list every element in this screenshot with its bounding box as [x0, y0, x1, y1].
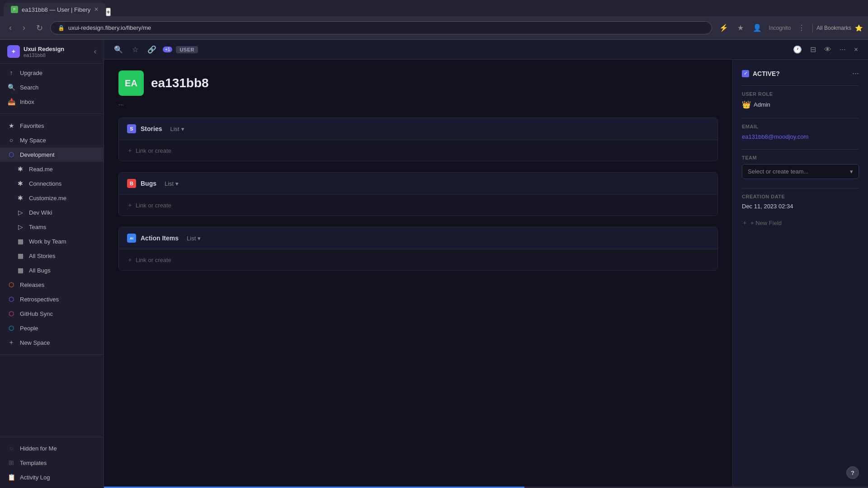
user-header: EA ea131bb8 [118, 70, 718, 96]
extensions-btn[interactable]: ⚡ [716, 22, 732, 34]
sidebar-item-releases[interactable]: ⬡ Releases [0, 277, 104, 292]
email-value[interactable]: ea131bb8@moodjoy.com [742, 133, 808, 140]
action-items-view-btn[interactable]: List ▾ [187, 235, 201, 242]
connections-label: Connections [29, 180, 96, 187]
sidebar-item-readme[interactable]: ✱ Read.me [0, 162, 104, 176]
allbugs-label: All Bugs [29, 267, 96, 274]
workspace-header[interactable]: ✦ Uxui Redesign ea131bb8 ‹ [0, 40, 104, 64]
myspace-icon: ○ [7, 136, 15, 144]
inbox-label: Inbox [20, 99, 96, 105]
bugs-icon: B [127, 179, 136, 188]
sidebar-item-devwiki[interactable]: ▷ Dev Wiki [0, 205, 104, 220]
divider [812, 23, 813, 33]
bookmark-btn[interactable]: ★ [734, 22, 747, 34]
sidebar-item-upgrade[interactable]: ↑ Upgrade [0, 66, 104, 80]
main-content: EA ea131bb8 ... S Stories List ▾ [104, 60, 868, 487]
sidebar-divider-2 [0, 354, 104, 355]
sidebar-item-favorites[interactable]: ★ Favorites [0, 118, 104, 133]
bugs-view-label: List [165, 180, 174, 187]
sidebar-item-search[interactable]: 🔍 Search [0, 80, 104, 94]
user-name: ea131bb8 [151, 76, 209, 90]
search-toolbar-btn[interactable]: 🔍 [111, 43, 126, 56]
sidebar-item-inbox[interactable]: 📥 Inbox [0, 94, 104, 109]
new-field-label: + New Field [750, 220, 782, 226]
readme-label: Read.me [29, 166, 96, 173]
nav-actions: ⚡ ★ 👤 Incognito ⋮ All Bookmarks ⭐ [716, 22, 863, 34]
sidebar-item-development[interactable]: ⬡ Development [0, 147, 104, 162]
new-tab-btn[interactable]: + [106, 8, 111, 16]
more-btn[interactable]: ··· [837, 44, 848, 56]
tab-favicon: F [11, 6, 18, 13]
releases-icon: ⬡ [7, 281, 15, 289]
allbugs-icon: ▦ [16, 266, 24, 274]
link-toolbar-btn[interactable]: 🔗 [145, 43, 159, 56]
workbyteam-label: Work by Team [29, 238, 96, 245]
sidebar-item-people[interactable]: ⬡ People [0, 321, 104, 335]
action-items-icon: AI [127, 234, 136, 243]
sidebar-item-customize[interactable]: ✱ Customize.me [0, 191, 104, 205]
github-label: GitHub Sync [20, 310, 96, 317]
right-panel: ✓ ACTIVE? ··· USER ROLE 👑 Admin EMAIL [732, 60, 868, 487]
sidebar-item-retrospectives[interactable]: ⬡ Retrospectives [0, 292, 104, 306]
forward-btn[interactable]: › [19, 20, 29, 35]
bugs-section-header: B Bugs List ▾ [119, 173, 717, 195]
active-checkbox[interactable]: ✓ [742, 70, 749, 77]
bugs-view-chevron: ▾ [175, 180, 179, 187]
clock-btn[interactable]: 🕐 [790, 43, 805, 56]
email-field: EMAIL ea131bb8@moodjoy.com [742, 124, 859, 140]
sidebar-item-allbugs[interactable]: ▦ All Bugs [0, 263, 104, 277]
new-field-icon: ＋ [742, 219, 748, 227]
stories-view-chevron: ▾ [181, 126, 184, 132]
stories-link-or-create[interactable]: ＋ Link or create [127, 146, 709, 155]
action-items-link-or-create[interactable]: ＋ Link or create [127, 256, 709, 264]
sidebar-item-hidden[interactable]: ○ Hidden for Me [0, 441, 104, 455]
sidebar-item-allstories[interactable]: ▦ All Stories [0, 249, 104, 263]
bookmarks-icon: ⭐ [855, 24, 863, 32]
user-role-label: USER ROLE [742, 91, 859, 97]
new-field-btn[interactable]: ＋ + New Field [742, 219, 859, 227]
active-tab[interactable]: F ea131bb8 — User | Fibery × [4, 3, 106, 16]
star-toolbar-btn[interactable]: ☆ [129, 43, 141, 56]
collapse-icon[interactable]: ‹ [94, 47, 96, 56]
sidebar-item-newspace[interactable]: ＋ New Space [0, 335, 104, 350]
help-btn[interactable]: ? [846, 466, 859, 479]
lock-icon: 🔒 [58, 25, 65, 31]
tab-close-btn[interactable]: × [94, 5, 98, 14]
address-bar[interactable]: 🔒 uxui-redesign.fibery.io/fibery/me [50, 21, 712, 34]
admin-badge: 👑 Admin [742, 100, 859, 109]
action-items-view-label: List [187, 235, 196, 242]
bugs-link-or-create[interactable]: ＋ Link or create [127, 201, 709, 209]
github-icon: ⬡ [7, 310, 15, 318]
close-btn[interactable]: × [851, 44, 861, 56]
team-select[interactable]: Select or create team... ▾ [742, 164, 859, 179]
bugs-view-btn[interactable]: List ▾ [165, 180, 179, 187]
bugs-section-body: ＋ Link or create [119, 195, 717, 216]
email-label: EMAIL [742, 124, 859, 129]
active-checkbox-row: ✓ ACTIVE? [742, 70, 780, 77]
bugs-link-icon: ＋ [127, 201, 133, 209]
eye-btn[interactable]: 👁 [821, 44, 834, 56]
action-items-link-icon: ＋ [127, 256, 133, 264]
stories-link-icon: ＋ [127, 146, 133, 155]
sidebar-item-workbyteam[interactable]: ▦ Work by Team [0, 234, 104, 249]
action-items-section-header: AI Action Items List ▾ [119, 227, 717, 249]
teams-icon: ▷ [16, 223, 24, 231]
panel-more-btn[interactable]: ··· [852, 69, 859, 78]
sidebar-item-connections[interactable]: ✱ Connections [0, 176, 104, 191]
menu-btn[interactable]: ⋮ [794, 22, 809, 34]
panel-divider-2 [742, 118, 859, 118]
creation-date-value: Dec 11, 2023 02:34 [742, 203, 859, 210]
layout-btn[interactable]: ⊟ [807, 43, 819, 56]
sidebar-item-activity-log[interactable]: 📋 Activity Log [0, 470, 104, 484]
reload-btn[interactable]: ↻ [33, 20, 47, 36]
profile-btn[interactable]: 👤 [749, 22, 765, 34]
action-items-view-chevron: ▾ [198, 235, 201, 242]
back-btn[interactable]: ‹ [5, 20, 15, 35]
sidebar-item-templates[interactable]: ⊞ Templates [0, 455, 104, 470]
team-field: TEAM Select or create team... ▾ [742, 155, 859, 179]
sidebar-item-github-sync[interactable]: ⬡ GitHub Sync [0, 306, 104, 321]
bugs-section: B Bugs List ▾ ＋ Link or create [118, 172, 718, 216]
sidebar-item-myspace[interactable]: ○ My Space [0, 133, 104, 147]
sidebar-item-teams[interactable]: ▷ Teams [0, 220, 104, 234]
stories-view-btn[interactable]: List ▾ [170, 126, 184, 132]
